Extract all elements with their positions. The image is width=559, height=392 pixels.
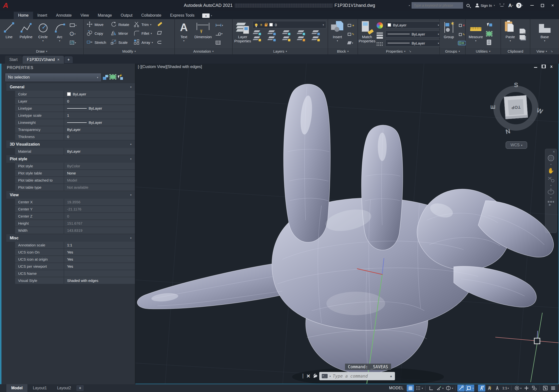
layer-isolate-icon[interactable] (268, 30, 276, 35)
ribbon-minimize-control[interactable]: ▲ ▾ (202, 13, 212, 18)
customize-menu-icon[interactable] (549, 385, 557, 392)
select-objects-icon[interactable] (110, 75, 116, 79)
ribbon-tab-manage[interactable]: Manage (93, 12, 116, 19)
property-row-ucs-icon-at-origin[interactable]: UCS icon at origin Yes (15, 256, 135, 263)
layout-tab-model[interactable]: Model (6, 384, 27, 392)
ortho-icon[interactable] (427, 385, 435, 392)
fullscreen-icon[interactable] (542, 385, 549, 392)
annotation-autoscale-icon[interactable] (486, 385, 493, 392)
model-space-label[interactable]: MODEL (386, 386, 406, 390)
block-panel-label[interactable]: Block▾ (328, 48, 357, 54)
annotation-visibility-icon[interactable] (478, 385, 485, 392)
osnap-tracking-icon[interactable] (457, 385, 465, 392)
copy-button[interactable]: Copy (85, 29, 108, 38)
isolate-icon[interactable] (531, 385, 538, 392)
selection-dropdown[interactable]: No selection ▾ (5, 73, 101, 81)
ribbon-tab-home[interactable]: Home (14, 12, 33, 19)
navbar-close-icon[interactable]: ✕ (553, 150, 555, 153)
linear-dimension-icon[interactable]: ▾ (215, 23, 224, 27)
navigation-bar[interactable]: ✕ ▾ ✋ ▾ ▾ (545, 149, 557, 233)
grid-icon[interactable] (407, 385, 414, 392)
pan-hand-icon[interactable]: ✋ (547, 168, 554, 174)
showmotion-icon[interactable] (548, 201, 554, 207)
drawing-viewport[interactable]: [-][Custom View][Shaded with edges] x S … (135, 64, 559, 384)
property-row-ucs-icon-on[interactable]: UCS icon On Yes (15, 249, 135, 256)
create-block-icon[interactable]: ✶ (347, 23, 355, 28)
layer-make-current-icon[interactable] (312, 30, 320, 35)
hatch-icon[interactable]: ▾ (69, 40, 77, 45)
annotation-panel-label[interactable]: Annotation▾ (175, 48, 232, 54)
viewcube-top-face[interactable]: TOP (511, 104, 521, 110)
quick-select-icon[interactable]: ⚡ (118, 75, 123, 80)
groups-panel-label[interactable]: Groups▾ (440, 48, 465, 54)
arc-button[interactable]: Arc▾ (52, 20, 67, 48)
compass-south[interactable]: S (514, 81, 518, 89)
isodraft-icon[interactable]: ▾ (445, 385, 454, 392)
layer-thaw-icon[interactable]: ☀ (260, 23, 263, 27)
rectangle-icon[interactable]: ▾ (69, 23, 77, 27)
property-row-transparency[interactable]: Transparency ByLayer (15, 126, 135, 133)
section-header-plot-style[interactable]: Plot style▾ (6, 155, 135, 163)
osnap-icon[interactable]: ▾ (465, 385, 474, 392)
copy-clip-icon[interactable] (520, 35, 525, 39)
quick-select-icon[interactable] (486, 23, 492, 28)
property-row-layer[interactable]: Layer 0 (15, 98, 135, 105)
ribbon-collapse-icon[interactable]: ▲ (202, 13, 210, 18)
viewport-close-icon[interactable]: x (549, 65, 554, 69)
viewcube-cube[interactable]: TOP (504, 95, 528, 119)
color-wheel-icon[interactable] (377, 22, 383, 29)
viewport-restore-icon[interactable] (541, 65, 546, 69)
workspace-gear-icon[interactable]: ▾ (513, 385, 522, 392)
property-row-color[interactable]: Color ByLayer (15, 91, 135, 98)
trim-button[interactable]: Trim▾ (132, 20, 155, 29)
compass-east[interactable]: E (489, 105, 497, 109)
command-close-icon[interactable]: ✕ (306, 373, 310, 379)
group-selection-toggle-icon[interactable] (458, 41, 465, 45)
section-header-view[interactable]: View▾ (6, 191, 135, 199)
ellipse-icon[interactable]: ▾ (69, 31, 77, 36)
command-customize-wrench-icon[interactable] (312, 374, 317, 379)
move-button[interactable]: Move (85, 20, 108, 29)
chevron-down-icon[interactable]: ▾ (211, 14, 212, 17)
layer-color-swatch[interactable] (269, 23, 273, 26)
property-row-plot-style-table[interactable]: Plot style table None (15, 170, 135, 177)
chevron-down-icon[interactable]: ▾ (550, 184, 552, 187)
recent-commands-icon[interactable] (322, 374, 328, 378)
property-row-material[interactable]: Material ByLayer (15, 148, 135, 155)
property-row-visual-style[interactable]: Visual Style Shaded with edges (15, 277, 135, 284)
command-input[interactable] (333, 374, 388, 379)
fillet-button[interactable]: Fillet▾ (132, 29, 155, 38)
insert-block-button[interactable]: Insert▾ (330, 20, 345, 48)
layer-lock-icon[interactable] (298, 30, 305, 35)
properties-panel-label[interactable]: Properties▾↘ (358, 48, 439, 54)
app-store-cart-icon[interactable] (498, 2, 506, 9)
linetype-dropdown[interactable]: ByLayer▾ (385, 40, 441, 46)
cut-icon[interactable] (520, 29, 525, 34)
property-row-center-z[interactable]: Center Z 0 (15, 213, 135, 220)
ribbon-tab-express-tools[interactable]: Express Tools (166, 12, 199, 19)
layer-dropdown[interactable]: ☀ 0 ▾ (253, 21, 326, 28)
command-input-box[interactable]: ▾ ▲ (319, 372, 395, 380)
offset-icon[interactable] (157, 40, 163, 44)
linetype-icon[interactable] (377, 42, 383, 46)
draw-panel-label[interactable]: Draw▾ (0, 48, 83, 54)
group-edit-icon[interactable]: ✎ (458, 32, 465, 37)
match-properties-button[interactable]: Match Properties (359, 20, 375, 48)
maximize-window-button[interactable] (537, 1, 547, 10)
dimension-button[interactable]: \|/ Dimension (193, 20, 213, 48)
viewport-controls-label[interactable]: [-][Custom View][Shaded with edges] (138, 65, 202, 69)
section-header-general[interactable]: General▾ (6, 83, 135, 91)
property-row-width[interactable]: Width 143.8319 (15, 227, 135, 234)
define-attributes-icon[interactable]: ▾ (347, 41, 355, 45)
lineweight-icon[interactable] (377, 32, 383, 39)
layer-properties-button[interactable]: Layer Properties (234, 20, 251, 48)
polar-icon[interactable]: ▾ (435, 385, 444, 392)
layout-tab-layout1[interactable]: Layout1 (28, 384, 52, 392)
mirror-button[interactable]: Mirror (109, 29, 131, 38)
ribbon-tab-view[interactable]: View (76, 12, 93, 19)
property-row-thickness[interactable]: Thickness 0 (15, 133, 135, 140)
measure-button[interactable]: Measure▾ (467, 20, 484, 48)
utilities-panel-label[interactable]: Utilities▾ (466, 48, 500, 54)
layer-on-icon[interactable] (255, 23, 258, 26)
property-row-linetype[interactable]: Linetype ByLayer (15, 105, 135, 112)
